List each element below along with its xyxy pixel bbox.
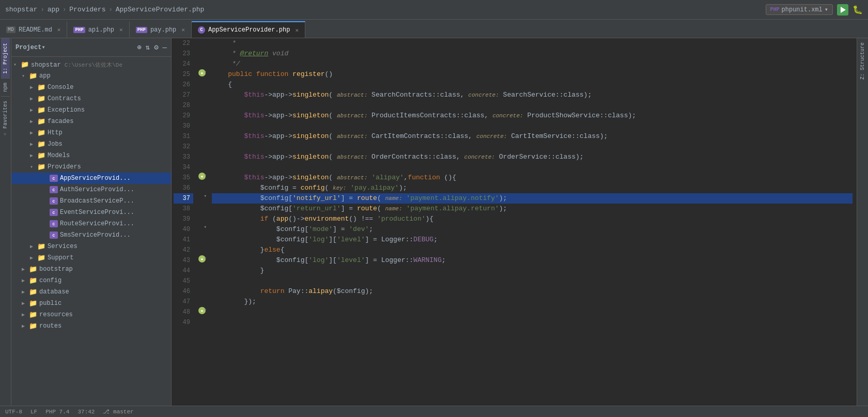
tree-routeservice[interactable]: C RouteServiceProvi...: [11, 218, 171, 229]
code-line-39: if (app()->environment() !== 'production…: [212, 214, 853, 224]
tree-authservice[interactable]: C AuthServiceProvid...: [11, 184, 171, 195]
arrow-icon: ▶: [30, 96, 37, 102]
tree-public-label: public: [39, 300, 171, 307]
tab-pay-label: pay.php: [150, 26, 176, 34]
phpunit-label: phpunit.xml: [782, 6, 823, 13]
tree-providers[interactable]: ▾ 📁 Providers: [11, 161, 171, 173]
code-line-29: $this->app->singleton( abstract: Product…: [212, 111, 853, 121]
tab-api-close[interactable]: ✕: [119, 26, 123, 33]
side-label-project[interactable]: 1: Project: [1, 38, 10, 78]
breadcrumb-app: app: [48, 6, 59, 13]
tree-support[interactable]: ▶ 📁 Support: [11, 252, 171, 264]
arrow-icon: ▶: [30, 255, 37, 261]
tree-authservice-label: AuthServiceProvid...: [60, 186, 171, 193]
code-line-23: * @return void: [212, 49, 853, 59]
tree-appservice-label: AppServiceProvid...: [60, 175, 171, 182]
tree-smsservice[interactable]: C SmsServiceProvid...: [11, 229, 171, 241]
tree-contracts-label: Contracts: [48, 95, 171, 102]
tree-facades[interactable]: ▶ 📁 facades: [11, 116, 171, 127]
code-line-32: [212, 142, 853, 152]
tree-jobs[interactable]: ▶ 📁 Jobs: [11, 138, 171, 150]
tree-console[interactable]: ▶ 📁 Console: [11, 82, 171, 93]
settings-icon[interactable]: ⚙: [154, 43, 158, 52]
arrow-icon: ▾: [13, 61, 21, 68]
php-file-icon: C: [50, 186, 58, 193]
spacer: [42, 233, 50, 238]
fold-42[interactable]: ▾: [204, 255, 207, 261]
arrow-icon: ▶: [22, 277, 29, 284]
tab-appservice[interactable]: C AppServiceProvider.php ✕: [192, 21, 305, 38]
tab-readme-label: README.md: [19, 26, 52, 34]
tree-eventservice-label: EventServiceProvi...: [60, 209, 171, 216]
spacer: [42, 187, 50, 193]
side-label-npm[interactable]: npm: [1, 78, 10, 96]
tree-app-label: app: [39, 72, 171, 80]
code-editor[interactable]: 22 23 24 25 26 27 28 29 30 31 32 33 34 3…: [172, 38, 857, 406]
phpunit-selector[interactable]: PHP phpunit.xml ▾: [766, 4, 833, 15]
tree-services[interactable]: ▶ 📁 Services: [11, 241, 171, 252]
tree-jobs-label: Jobs: [48, 141, 171, 148]
code-line-42: }else{: [212, 245, 853, 255]
tab-readme-close[interactable]: ✕: [57, 26, 61, 33]
php-file-icon: C: [50, 197, 58, 205]
fold-38[interactable]: ▾: [204, 224, 207, 230]
collapse-icon[interactable]: ⇅: [146, 43, 150, 52]
arrow-icon: ▶: [30, 107, 37, 113]
arrow-icon: ▾: [22, 73, 29, 79]
code-line-36: $config = config( key: 'pay.alipay');: [212, 183, 853, 193]
php-file-icon: C: [50, 220, 58, 227]
tree-eventservice[interactable]: C EventServiceProvi...: [11, 207, 171, 218]
settings-button[interactable]: 🐛: [853, 5, 863, 15]
arrow-icon: ▾: [30, 164, 37, 170]
spacer: [42, 221, 50, 227]
right-side-label-structure[interactable]: Z: Structure: [858, 38, 867, 84]
tab-pay-close[interactable]: ✕: [181, 26, 185, 33]
dropdown-icon: ▾: [825, 6, 828, 13]
fold-47[interactable]: ▾: [204, 307, 207, 313]
arrow-icon: ▶: [22, 289, 29, 295]
tree-bootstrap[interactable]: ▶ 📁 bootstrap: [11, 264, 171, 275]
fold-25[interactable]: ▾: [204, 69, 207, 75]
pay-icon: PHP: [136, 27, 147, 33]
arrow-icon: ▶: [30, 152, 37, 159]
tree-broadcastservice[interactable]: C BroadcastServiceP...: [11, 195, 171, 207]
tree-models[interactable]: ▶ 📁 Models: [11, 150, 171, 161]
code-line-28: [212, 100, 853, 111]
tree-resources[interactable]: ▶ 📁 resources: [11, 309, 171, 320]
code-line-26: {: [212, 80, 853, 90]
tree-contracts[interactable]: ▶ 📁 Contracts: [11, 93, 171, 104]
status-php: PHP 7.4: [45, 409, 69, 415]
breadcrumb-providers: Providers: [69, 6, 105, 13]
tree-public[interactable]: ▶ 📁 public: [11, 298, 171, 309]
code-line-46: return Pay::alipay($config);: [212, 286, 853, 297]
status-encoding: UTF-8: [5, 409, 22, 415]
locate-icon[interactable]: ⊕: [137, 43, 141, 52]
tree-exceptions[interactable]: ▶ 📁 Exceptions: [11, 104, 171, 116]
run-button[interactable]: [837, 4, 848, 16]
code-line-48: [212, 307, 853, 317]
gear-icon: 🐛: [853, 6, 863, 15]
arrow-icon: ▶: [30, 243, 37, 250]
minimize-icon[interactable]: —: [163, 43, 167, 52]
tab-appservice-close[interactable]: ✕: [295, 27, 299, 34]
tree-config[interactable]: ▶ 📁 config: [11, 275, 171, 286]
code-line-38: $config['return_url'] = route( name: 'pa…: [212, 204, 853, 214]
code-line-25: public function register(): [212, 69, 853, 80]
tree-http[interactable]: ▶ 📁 Http: [11, 127, 171, 138]
tree-shopstar[interactable]: ▾ 📁 shopstar C:\Users\佐佐木\De: [11, 59, 171, 70]
tab-api[interactable]: PHP api.php ✕: [67, 21, 129, 38]
tree-routes[interactable]: ▶ 📁 routes: [11, 320, 171, 332]
fold-36[interactable]: ▾: [204, 193, 207, 199]
code-content[interactable]: * * @return void */ public function regi…: [208, 38, 857, 406]
tree-app[interactable]: ▾ 📁 app: [11, 70, 171, 82]
tab-pay[interactable]: PHP pay.php ✕: [130, 21, 192, 38]
php-icon: PHP: [770, 7, 780, 12]
fold-35[interactable]: ▾: [204, 173, 207, 178]
side-label-favorites[interactable]: ☆ Favorites: [1, 96, 10, 142]
tree-appservice[interactable]: C AppServiceProvid...: [11, 173, 171, 184]
code-area[interactable]: 22 23 24 25 26 27 28 29 30 31 32 33 34 3…: [172, 38, 857, 406]
tree-resources-label: resources: [39, 311, 171, 318]
tree-database[interactable]: ▶ 📁 database: [11, 286, 171, 298]
tab-readme[interactable]: MD README.md ✕: [0, 21, 67, 38]
arrow-icon: ▶: [30, 141, 37, 147]
